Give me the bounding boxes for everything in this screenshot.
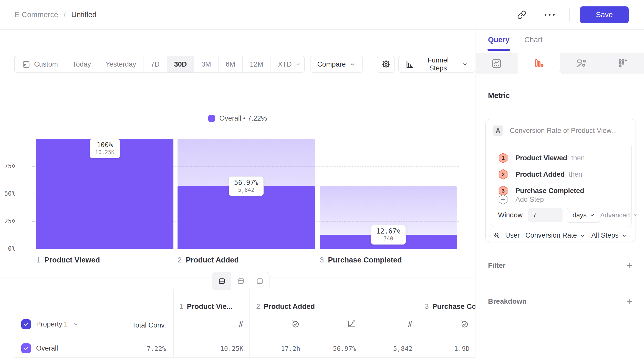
report-canvas: Custom Today Yesterday 7D 30D 3M 6M 12M …: [0, 30, 475, 359]
more-options-icon: [545, 14, 555, 16]
query-step-1[interactable]: 1 Product Viewed then: [498, 152, 585, 164]
funnel-value-label: 56.97% 5,842: [229, 176, 264, 196]
breadcrumb-report-title[interactable]: Untitled: [71, 10, 96, 19]
query-step-2[interactable]: 2 Product Added then: [498, 169, 582, 180]
date-range-yesterday[interactable]: Yesterday: [98, 56, 143, 72]
copy-link-button[interactable]: [514, 7, 530, 23]
metric-column-count[interactable]: #: [387, 319, 412, 329]
view-table-only-button[interactable]: [250, 272, 269, 290]
breadcrumb-separator: /: [64, 11, 66, 19]
top-bar: E-Commerce / Untitled Save: [0, 0, 644, 30]
step-number-badge: 2: [498, 169, 508, 180]
link-icon: [517, 10, 526, 19]
top-actions: Save: [514, 6, 629, 23]
chart-legend[interactable]: Overall • 7.22%: [0, 114, 475, 122]
y-axis-tick: 50%: [0, 190, 15, 197]
funnel-bar-step-2[interactable]: 56.97% 5,842: [178, 139, 315, 249]
metric-column-uniques[interactable]: #: [218, 319, 243, 329]
table-row: Overall: [21, 343, 58, 353]
time-check-icon: [460, 319, 469, 329]
gear-icon: [381, 59, 391, 69]
percent-icon: %: [493, 231, 500, 239]
window-label: Window: [498, 211, 523, 219]
measurement-row: % User Conversion Rate All Steps: [493, 231, 627, 239]
report-type-retention[interactable]: [602, 53, 644, 74]
view-split-button[interactable]: [212, 272, 231, 290]
chevron-down-icon: [462, 61, 468, 68]
legend-label: Overall • 7.22%: [219, 114, 267, 122]
metric-card: A Conversion Rate of Product View... 1 P…: [485, 119, 636, 242]
chevron-down-icon: [295, 61, 302, 67]
property-header: Property1: [21, 319, 79, 329]
date-range-xtd[interactable]: XTD: [271, 56, 305, 72]
funnel-value-label: 100% 10.25K: [90, 139, 120, 158]
funnel-report-app: E-Commerce / Untitled Save: [0, 0, 644, 359]
chevron-down-icon: [349, 61, 356, 68]
hash-icon: #: [238, 319, 243, 329]
report-type-funnels-selected[interactable]: [518, 53, 560, 74]
calendar-icon: [22, 60, 30, 69]
funnel-chart: 75% 50% 25% 0% 100% 10.25K 56.97% 5,842: [36, 139, 459, 249]
date-range-3m[interactable]: 3M: [194, 56, 219, 72]
table-view-toggle: [212, 272, 269, 290]
results-table: 1Product Vie... 2Product Added 3Purchase…: [0, 289, 475, 358]
advanced-dropdown[interactable]: Advanced: [600, 211, 639, 219]
date-range-7d[interactable]: 7D: [143, 56, 167, 72]
add-step-button[interactable]: Add Step: [498, 194, 544, 205]
window-unit-dropdown[interactable]: days: [567, 208, 600, 223]
metric-heading: Metric: [488, 91, 510, 100]
date-range-6m[interactable]: 6M: [219, 56, 243, 72]
chevron-down-icon[interactable]: [73, 321, 79, 327]
row-checkbox[interactable]: [21, 343, 31, 353]
rate-chart-icon: [347, 319, 356, 329]
metric-title-row[interactable]: A Conversion Rate of Product View...: [493, 125, 617, 136]
date-range-30d-selected[interactable]: 30D: [167, 56, 194, 72]
table-group-step-3[interactable]: 3Purchase Completed: [425, 302, 475, 311]
visualization-picker-button[interactable]: Funnel Steps: [398, 56, 475, 73]
table-group-step-1[interactable]: 1Product Vie...: [179, 302, 233, 311]
breakdown-label: Breakdown: [488, 297, 527, 305]
flows-icon: [575, 58, 587, 69]
steps-scope-dropdown[interactable]: All Steps: [591, 231, 627, 239]
chart-settings-button[interactable]: [377, 56, 395, 73]
property-dropdown[interactable]: Property1: [36, 320, 68, 328]
compare-button[interactable]: Compare: [310, 56, 363, 73]
report-type-flows[interactable]: [560, 53, 602, 74]
insights-chart-icon: [491, 58, 502, 69]
date-range-custom[interactable]: Custom: [15, 56, 65, 72]
top-pane-view-icon: [237, 277, 245, 285]
date-range-12m[interactable]: 12M: [243, 56, 271, 72]
date-range-today[interactable]: Today: [65, 56, 98, 72]
counting-method[interactable]: User: [505, 231, 520, 239]
table-group-step-2[interactable]: 2Product Added: [256, 302, 315, 311]
add-breakdown-button[interactable]: +: [627, 296, 633, 307]
breadcrumb-project[interactable]: E-Commerce: [14, 10, 58, 19]
metric-badge: A: [493, 125, 503, 136]
cell-step1-uniques: 10.25K: [192, 345, 243, 352]
total-conv-header[interactable]: Total Conv.: [102, 321, 166, 329]
y-axis-tick: 25%: [0, 218, 15, 225]
funnel-bar-step-1[interactable]: 100% 10.25K: [36, 139, 173, 249]
window-value-input[interactable]: [528, 208, 563, 222]
measure-dropdown[interactable]: Conversion Rate: [525, 231, 586, 239]
metric-column-avg-time-2[interactable]: [444, 319, 469, 329]
tab-chart[interactable]: Chart: [524, 36, 543, 51]
view-chart-only-button[interactable]: [231, 272, 250, 290]
add-filter-button[interactable]: +: [627, 260, 633, 271]
breakdown-section: Breakdown +: [488, 296, 633, 307]
split-view-icon: [218, 277, 226, 285]
save-button[interactable]: Save: [580, 6, 629, 23]
metric-column-avg-time[interactable]: [275, 319, 300, 329]
funnel-bar-step-3[interactable]: 12.67% 740: [320, 139, 457, 249]
report-type-strip: [476, 53, 644, 74]
filter-section: Filter +: [488, 260, 633, 271]
funnel-chart-icon: [405, 60, 414, 69]
tab-query[interactable]: Query: [488, 36, 510, 51]
select-all-checkbox[interactable]: [21, 319, 31, 329]
funnel-bars-icon: [533, 58, 544, 69]
more-options-button[interactable]: [541, 7, 558, 23]
metric-column-conv-rate[interactable]: [330, 319, 356, 329]
retention-dots-icon: [617, 58, 629, 69]
add-step-hex-icon: [498, 194, 508, 205]
report-type-insights[interactable]: [476, 53, 518, 74]
